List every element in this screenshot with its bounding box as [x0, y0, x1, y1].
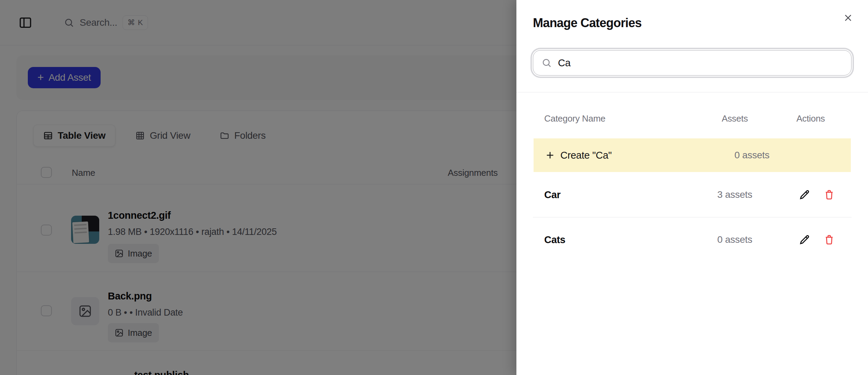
plus-icon [545, 150, 556, 161]
category-row: Car 3 assets [516, 172, 868, 217]
search-icon [541, 58, 552, 68]
category-assets-count: 3 assets [707, 189, 762, 200]
delete-category-button[interactable] [821, 231, 837, 248]
manage-categories-drawer: Manage Categories Category Name Assets A… [516, 0, 868, 375]
column-category-name: Category Name [544, 113, 605, 124]
close-button[interactable] [841, 10, 856, 25]
pencil-icon [799, 234, 810, 246]
delete-category-button[interactable] [821, 186, 837, 203]
category-search-box[interactable] [533, 50, 852, 76]
category-name: Car [544, 189, 560, 200]
category-table-header: Category Name Assets Actions [516, 113, 868, 127]
trash-icon [823, 234, 835, 246]
column-assets: Assets [707, 113, 762, 124]
create-category-assets: 0 assets [724, 150, 779, 161]
close-icon [843, 13, 853, 23]
create-category-row[interactable]: Create "Ca" 0 assets [534, 138, 851, 172]
pencil-icon [799, 189, 810, 201]
drawer-title: Manage Categories [533, 16, 642, 30]
divider [516, 92, 868, 92]
category-assets-count: 0 assets [707, 234, 762, 245]
create-category-label: Create "Ca" [560, 150, 612, 161]
category-search-input[interactable] [558, 57, 843, 69]
category-name: Cats [544, 234, 566, 245]
trash-icon [823, 189, 835, 201]
category-row: Cats 0 assets [516, 217, 868, 262]
edit-category-button[interactable] [796, 186, 813, 203]
edit-category-button[interactable] [796, 231, 813, 248]
column-actions: Actions [783, 113, 838, 124]
